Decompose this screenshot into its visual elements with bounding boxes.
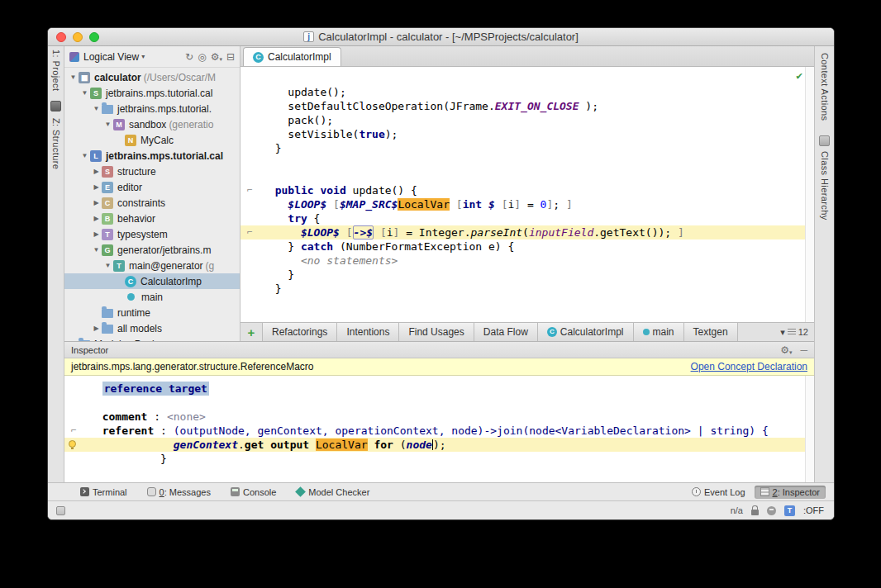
code-line[interactable]: update();	[240, 85, 814, 99]
lock-icon[interactable]	[751, 510, 759, 515]
chevron-collapsed-icon[interactable]: ▶	[91, 183, 102, 191]
tree-item[interactable]: main	[64, 289, 240, 305]
inspector-scrollbar[interactable]	[805, 376, 814, 482]
close-button[interactable]	[56, 32, 66, 42]
tree-item[interactable]: ▶Sstructure	[64, 164, 240, 179]
toolwindow-button-console[interactable]: Console	[225, 486, 282, 499]
toolwindow-tab-class-hierarchy[interactable]: Class Hierarchy	[820, 151, 830, 224]
code-line[interactable]: }	[64, 452, 814, 466]
collapse-all-icon[interactable]: ⊟	[226, 51, 235, 63]
code-line[interactable]	[64, 396, 814, 410]
editor-bottom-tab-refactorings[interactable]: Refactorings	[262, 323, 336, 341]
code-line[interactable]: <no statements>	[240, 254, 814, 268]
chevron-collapsed-icon[interactable]: ▶	[91, 199, 102, 206]
chevron-expanded-icon[interactable]: ▼	[91, 246, 102, 254]
project-tool-icon[interactable]	[50, 101, 61, 111]
code-line[interactable]: ⌐ $LOOP$ [->$ [i] = Integer.parseInt(inp…	[240, 225, 814, 239]
chevron-expanded-icon[interactable]: ▼	[102, 121, 113, 128]
code-line[interactable]: } catch (NumberFormatException e) {	[240, 239, 814, 254]
code-line[interactable]: reference target	[64, 382, 814, 396]
fold-marker-icon[interactable]: ⌐	[247, 183, 253, 197]
class-hierarchy-icon[interactable]	[819, 135, 830, 146]
intention-bulb-icon[interactable]	[69, 440, 76, 448]
inspections-status-icon[interactable]: ✔	[796, 69, 802, 83]
tree-item[interactable]: ▼Ggenerator/jetbrains.m	[64, 242, 240, 258]
tree-item[interactable]: CCalculatorImp	[64, 273, 240, 289]
code-line[interactable]: setVisible(true);	[240, 127, 814, 141]
code-line[interactable]: ⌐ referent : (outputNode, genContext, op…	[64, 424, 814, 438]
toolwindow-tab-project[interactable]: 1: Project	[51, 50, 61, 94]
chevron-collapsed-icon[interactable]: ▶	[91, 325, 102, 332]
code-line[interactable]: }	[240, 141, 814, 155]
toolwindow-button-terminal[interactable]: Terminal	[74, 486, 133, 499]
toolwindow-button-event-log[interactable]: Event Log	[686, 486, 751, 499]
editor-bottom-tab-data-flow[interactable]: Data Flow	[474, 323, 537, 341]
minimize-button[interactable]	[73, 32, 83, 42]
editor-bottom-tab-find-usages[interactable]: Find Usages	[398, 323, 473, 341]
code-line[interactable]: }	[240, 282, 814, 296]
tree-item[interactable]: ▼▦calculator (/Users/Oscar/M	[64, 69, 240, 85]
sync-icon[interactable]: ↻	[185, 51, 193, 63]
code-line[interactable]	[240, 155, 814, 169]
code-line[interactable]: genContext.get output LocalVar for (node…	[64, 438, 814, 452]
editor-bottom-tab-main[interactable]: main	[633, 323, 683, 341]
hide-panel-icon[interactable]: ─	[800, 344, 807, 356]
inspector-settings-icon[interactable]: ⚙▾	[780, 344, 792, 356]
editor-bottom-tab-calculatorimpl[interactable]: CCalculatorImpl	[537, 323, 633, 341]
toolwindow-button-2-inspector[interactable]: 2: Inspector	[755, 486, 826, 499]
hidden-tabs-indicator[interactable]: ▾ 12	[774, 323, 814, 341]
chevron-collapsed-icon[interactable]: ▶	[91, 230, 102, 238]
editor-bottom-tab-textgen[interactable]: Textgen	[683, 323, 738, 341]
toolwindow-button-model-checker[interactable]: Model Checker	[290, 486, 375, 499]
fold-marker-icon[interactable]: ⌐	[247, 225, 253, 239]
code-line[interactable]: pack();	[240, 113, 814, 127]
tree-item[interactable]: ▶all models	[64, 320, 240, 336]
add-aspect-button[interactable]: +	[240, 323, 262, 341]
code-line[interactable]: $LOOP$ [$MAP_SRC$LocalVar [int $ [i] = 0…	[240, 197, 814, 211]
code-editor[interactable]: update(); setDefaultCloseOperation(JFram…	[240, 67, 814, 322]
toolwindow-button-0-messages[interactable]: 0: Messages	[141, 486, 217, 499]
tree-item[interactable]: ▼Tmain@generator (g	[64, 258, 240, 273]
toolwindow-tab-context-actions[interactable]: Context Actions	[820, 53, 830, 124]
tree-item[interactable]: ▼Ljetbrains.mps.tutorial.cal	[64, 148, 240, 164]
editor-bottom-tab-intentions[interactable]: Intentions	[336, 323, 398, 341]
code-line[interactable]: try {	[240, 211, 814, 225]
toolwindow-toggle-icon[interactable]	[56, 506, 65, 515]
editor-tab-calculatorimpl[interactable]: C CalculatorImpl	[243, 47, 341, 66]
tree-item[interactable]: ▼Sjetbrains.mps.tutorial.cal	[64, 85, 240, 101]
inspector-editor[interactable]: reference target comment : <none>⌐ refer…	[64, 376, 814, 482]
code-line[interactable]: comment : <none>	[64, 410, 814, 424]
chevron-expanded-icon[interactable]: ▼	[79, 152, 90, 159]
inspections-profile-icon[interactable]	[767, 506, 776, 515]
chevron-expanded-icon[interactable]: ▼	[79, 89, 90, 97]
typesystem-toggle-icon[interactable]: T	[784, 505, 795, 516]
tree-item[interactable]: ▶Bbehavior	[64, 211, 240, 226]
chevron-expanded-icon[interactable]: ▼	[68, 74, 79, 81]
zoom-button[interactable]	[89, 32, 99, 42]
tree-item[interactable]: runtime	[64, 305, 240, 320]
tree-item[interactable]: ▼jetbrains.mps.tutorial.	[64, 101, 240, 116]
code-line[interactable]: }	[240, 268, 814, 282]
settings-icon[interactable]: ⚙▾	[211, 51, 222, 63]
editor-scrollbar[interactable]	[805, 67, 814, 322]
toolwindow-tab-structure[interactable]: Z: Structure	[51, 118, 61, 173]
code-line[interactable]: ⌐ public void update() {	[240, 183, 814, 197]
tree-item[interactable]: NMyCalc	[64, 132, 240, 148]
code-line[interactable]	[240, 169, 814, 183]
tree-item[interactable]: ▶Cconstraints	[64, 195, 240, 211]
code-line[interactable]: setDefaultCloseOperation(JFrame.EXIT_ON_…	[240, 99, 814, 113]
fold-marker-icon[interactable]: ⌐	[71, 424, 77, 438]
open-concept-declaration-link[interactable]: Open Concept Declaration	[691, 361, 807, 372]
view-selector-dropdown[interactable]: Logical View ▾	[83, 51, 145, 63]
tree-item[interactable]: ▶Ttypesystem	[64, 226, 240, 242]
locate-icon[interactable]: ◎	[198, 51, 206, 63]
chevron-expanded-icon[interactable]: ▼	[102, 262, 113, 269]
chevron-collapsed-icon[interactable]: ▶	[91, 168, 102, 175]
title-bar[interactable]: j CalculatorImpl - calculator - [~/MPSPr…	[48, 28, 834, 46]
tree-item[interactable]: ▶Eeditor	[64, 179, 240, 195]
console-icon	[231, 487, 240, 496]
code-line[interactable]	[240, 71, 814, 85]
tree-item[interactable]: ▼Msandbox (generatio	[64, 116, 240, 132]
chevron-expanded-icon[interactable]: ▼	[91, 105, 102, 112]
chevron-collapsed-icon[interactable]: ▶	[91, 215, 102, 222]
